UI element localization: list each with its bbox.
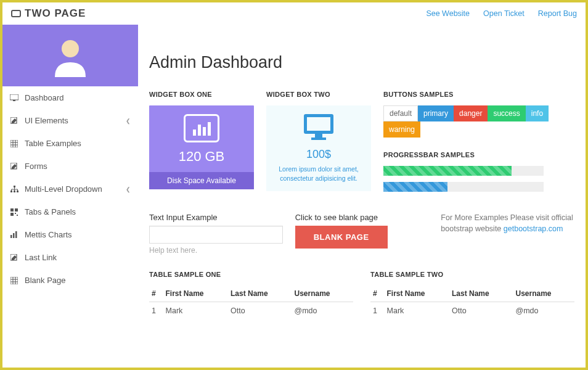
widget-box-two-section: WIDGET BOX TWO 100$ Lorem ipsum dolor si… (266, 91, 371, 198)
section-header: PROGRESSBAR SAMPLES (383, 151, 574, 158)
more-examples-section: For More Examples Please visit official … (441, 213, 574, 255)
nav-label: Multi-Level Dropdown (25, 184, 102, 194)
text-input-help: Help text here. (149, 246, 283, 255)
nav-last-link[interactable]: Last Link (2, 246, 138, 269)
nav-table-examples[interactable]: Table Examples (2, 132, 138, 155)
svg-rect-28 (10, 277, 18, 284)
blank-page-button[interactable]: BLANK PAGE (295, 226, 388, 249)
disk-value: 120 GB (155, 149, 248, 165)
nav-label: Table Examples (25, 139, 81, 148)
section-header: TABLE SAMPLE ONE (149, 271, 353, 278)
svg-rect-22 (15, 213, 16, 214)
svg-rect-13 (17, 191, 18, 192)
svg-rect-1 (10, 94, 18, 100)
chevron-left-icon: ❮ (126, 186, 131, 192)
nav-mettis-charts[interactable]: Mettis Charts (2, 223, 138, 246)
brand: TWO PAGE (11, 7, 86, 20)
success-button[interactable]: success (488, 105, 525, 121)
edit-icon (10, 254, 18, 261)
nav-label: Blank Page (25, 276, 66, 285)
primary-button[interactable]: primary (418, 105, 454, 121)
content: Admin Dashboard WIDGET BOX ONE 120 GB Di… (138, 25, 586, 368)
text-input-section: Text Input Example Help text here. (149, 213, 283, 255)
section-header: WIDGET BOX ONE (149, 91, 254, 98)
col-first-name: First Name (163, 286, 229, 302)
getbootstrap-link[interactable]: getbootstrap.com (504, 224, 563, 233)
col-username: Username (513, 286, 575, 302)
blank-page-label: Click to see blank page (295, 213, 429, 222)
avatar-panel (2, 25, 138, 86)
svg-rect-36 (311, 138, 326, 140)
danger-button[interactable]: danger (454, 105, 488, 121)
nav-label: Mettis Charts (25, 230, 72, 239)
svg-rect-2 (13, 100, 15, 101)
widget-description: Lorem ipsum dolor sit amet, consectetur … (272, 165, 365, 183)
col-index: # (149, 286, 163, 302)
table-icon (10, 140, 18, 147)
widget-box-one-section: WIDGET BOX ONE 120 GB Disk Space Availab… (149, 91, 254, 198)
svg-rect-19 (10, 208, 14, 212)
col-username: Username (292, 286, 354, 302)
brand-icon (11, 10, 21, 17)
svg-rect-24 (10, 235, 12, 238)
info-button[interactable]: info (526, 105, 549, 121)
section-header: WIDGET BOX TWO (266, 91, 371, 98)
sitemap-icon (10, 186, 18, 193)
blank-page-section: Click to see blank page BLANK PAGE (295, 213, 429, 255)
nav-label: Dashboard (25, 93, 64, 102)
nav-label: Tabs & Panels (25, 207, 76, 216)
svg-rect-4 (10, 140, 18, 147)
button-samples: default primary danger success info warn… (383, 105, 574, 138)
section-header: TABLE SAMPLE TWO (370, 271, 574, 278)
disk-label: Disk Space Available (149, 172, 254, 189)
link-report-bug[interactable]: Report Bug (538, 9, 577, 18)
svg-rect-21 (10, 213, 14, 216)
table-sample-one: TABLE SAMPLE ONE # First Name Last Name … (149, 271, 353, 319)
nav-forms[interactable]: Forms (2, 155, 138, 178)
svg-point-0 (62, 40, 79, 57)
svg-rect-12 (14, 191, 15, 192)
section-header: BUTTONS SAMPLES (383, 91, 574, 98)
widget-box-one: 120 GB Disk Space Available (149, 105, 254, 189)
svg-rect-35 (315, 134, 322, 138)
nav-blank-page[interactable]: Blank Page (2, 269, 138, 292)
svg-rect-25 (13, 233, 15, 238)
nav-dashboard[interactable]: Dashboard (2, 86, 138, 109)
default-button[interactable]: default (383, 105, 418, 121)
col-last-name: Last Name (228, 286, 292, 302)
table-row: 1 Mark Otto @mdo (149, 302, 353, 320)
link-open-ticket[interactable]: Open Ticket (483, 9, 525, 18)
svg-rect-10 (14, 186, 15, 187)
svg-rect-23 (17, 215, 18, 216)
square-icon (10, 277, 18, 284)
svg-rect-26 (15, 231, 17, 238)
bar-chart-icon (10, 231, 18, 238)
top-links: See Website Open Ticket Report Bug (426, 9, 577, 18)
nav-ui-elements[interactable]: UI Elements ❮ (2, 109, 138, 132)
sidebar: Dashboard UI Elements ❮ Table Examples (2, 25, 138, 368)
nav-tabs-panels[interactable]: Tabs & Panels (2, 200, 138, 223)
link-see-website[interactable]: See Website (426, 9, 470, 18)
nav-multi-level-dropdown[interactable]: Multi-Level Dropdown ❮ (2, 178, 138, 200)
edit-icon (10, 117, 18, 125)
table-sample-two: TABLE SAMPLE TWO # First Name Last Name … (370, 271, 574, 319)
progressbar-blue (383, 182, 544, 192)
avatar-icon (49, 34, 92, 77)
pencil-icon (10, 163, 18, 170)
text-input-label: Text Input Example (149, 213, 283, 222)
nav-label: Last Link (25, 253, 57, 262)
topbar: TWO PAGE See Website Open Ticket Report … (2, 2, 586, 25)
text-input[interactable] (149, 226, 283, 244)
table-header-row: # First Name Last Name Username (370, 286, 574, 302)
table-header-row: # First Name Last Name Username (149, 286, 353, 302)
svg-rect-11 (10, 191, 12, 192)
page-title: Admin Dashboard (149, 53, 574, 72)
dashboard-icon (10, 94, 18, 101)
col-first-name: First Name (385, 286, 450, 302)
col-last-name: Last Name (449, 286, 513, 302)
warning-button[interactable]: warning (383, 121, 420, 138)
col-index: # (370, 286, 385, 302)
qrcode-icon (10, 208, 18, 216)
bar-chart-icon (184, 114, 219, 142)
nav-label: Forms (25, 162, 47, 171)
